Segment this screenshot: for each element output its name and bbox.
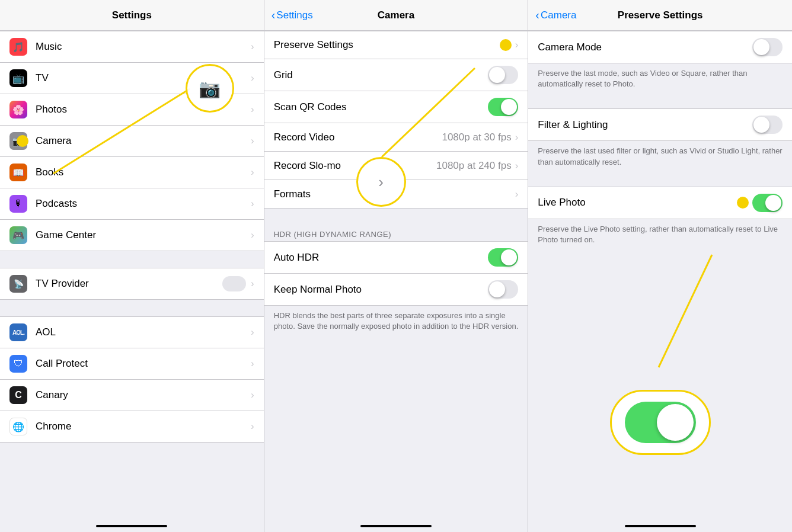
preserve-settings-label: Preserve Settings <box>274 39 500 51</box>
record-slomo-row[interactable]: Record Slo-mo 1080p at 240 fps › <box>264 152 528 180</box>
panel1-title: Settings <box>112 9 152 21</box>
settings-list-panel3: Camera Mode Preserve the last mode, such… <box>528 31 792 520</box>
panel3-nav: ‹ Camera Preserve Settings <box>528 0 792 31</box>
home-indicator-area <box>528 520 792 532</box>
tvprovider-label: TV Provider <box>36 278 222 290</box>
filter-lighting-section: Filter & Lighting Preserve the last used… <box>528 108 792 174</box>
photos-label: Photos <box>36 104 251 116</box>
preserve-yellow-dot <box>500 39 512 51</box>
list-item[interactable]: 🎮 Game Center › <box>0 220 264 251</box>
camera-mode-description: Preserve the last mode, such as Video or… <box>528 63 792 97</box>
chevron-icon: › <box>251 389 254 401</box>
live-photo-section: Live Photo Preserve the Live Photo setti… <box>528 187 792 252</box>
filter-lighting-row[interactable]: Filter & Lighting <box>528 108 792 141</box>
live-photo-description: Preserve the Live Photo setting, rather … <box>528 219 792 252</box>
toggle-knob <box>489 67 505 83</box>
scan-qr-label: Scan QR Codes <box>274 101 488 113</box>
camera-mode-toggle[interactable] <box>752 38 783 56</box>
chevron-icon: › <box>251 135 254 147</box>
section-spacer <box>0 300 264 316</box>
panel2-nav: ‹ Settings Camera <box>264 0 528 31</box>
list-item[interactable]: 🎙 Podcasts › <box>0 188 264 220</box>
home-indicator-area <box>264 520 528 532</box>
home-indicator-area <box>0 520 264 532</box>
formats-row[interactable]: Formats › <box>264 180 528 209</box>
camera-annotation-dot <box>17 135 28 147</box>
hdr-section-header: HDR (HIGH DYNAMIC RANGE) <box>264 225 528 241</box>
formats-label: Formats <box>274 188 515 200</box>
list-item[interactable]: AOL. AOL › <box>0 316 264 348</box>
camera-mode-label: Camera Mode <box>538 41 752 53</box>
toggle-knob <box>501 99 517 115</box>
scan-qr-toggle[interactable] <box>488 98 518 116</box>
keep-normal-row[interactable]: Keep Normal Photo <box>264 274 528 306</box>
live-photo-row[interactable]: Live Photo <box>528 187 792 219</box>
home-indicator <box>360 525 432 527</box>
hdr-description: HDR blends the best parts of three separ… <box>264 306 528 339</box>
chevron-icon: › <box>251 166 254 178</box>
photos-icon: 🌸 <box>9 101 27 118</box>
list-item[interactable]: 📡 TV Provider › <box>0 268 264 300</box>
podcasts-icon: 🎙 <box>9 195 27 213</box>
camera-mode-section: Camera Mode Preserve the last mode, such… <box>528 31 792 97</box>
tvprovider-icon: 📡 <box>9 275 27 293</box>
gamecenter-icon: 🎮 <box>9 226 27 244</box>
section-spacer <box>528 175 792 187</box>
panel3-title: Preserve Settings <box>618 9 703 21</box>
preserve-settings-row[interactable]: Preserve Settings › <box>264 31 528 59</box>
list-item[interactable]: C Canary › <box>0 380 264 411</box>
section-spacer <box>0 251 264 268</box>
toggle-knob <box>501 249 517 265</box>
list-item[interactable]: 🎵 Music › <box>0 31 264 63</box>
books-label: Books <box>36 166 251 178</box>
list-item[interactable]: 🌸 Photos › <box>0 94 264 126</box>
record-slomo-value: 1080p at 240 fps <box>436 160 512 172</box>
home-indicator <box>96 525 167 527</box>
preserve-back-label: Camera <box>541 9 576 21</box>
canary-label: Canary <box>36 389 251 401</box>
record-slomo-label: Record Slo-mo <box>274 160 436 172</box>
list-item[interactable]: 🛡 Call Protect › <box>0 348 264 380</box>
list-item[interactable]: 📺 TV › <box>0 63 264 94</box>
chevron-icon: › <box>251 229 254 241</box>
chevron-icon: › <box>251 72 254 84</box>
auto-hdr-row[interactable]: Auto HDR <box>264 241 528 274</box>
tv-label: TV <box>36 72 251 84</box>
live-photo-toggle[interactable] <box>752 194 783 212</box>
settings-list-panel1: 🎵 Music › 📺 TV › 🌸 Photos › <box>0 31 264 520</box>
music-label: Music <box>36 41 251 53</box>
keep-normal-toggle[interactable] <box>488 280 518 299</box>
keep-normal-label: Keep Normal Photo <box>274 284 488 296</box>
camera-mode-row[interactable]: Camera Mode <box>528 31 792 63</box>
chevron-icon: › <box>515 160 519 172</box>
settings-list-panel2: Preserve Settings › Grid Scan QR Codes <box>264 31 528 520</box>
panel2-title: Camera <box>378 9 414 21</box>
auto-hdr-toggle[interactable] <box>488 248 518 267</box>
filter-lighting-description: Preserve the last used filter or light, … <box>528 141 792 174</box>
list-item[interactable]: 🌐 Chrome › <box>0 411 264 443</box>
callprotect-icon: 🛡 <box>9 355 27 373</box>
camera-row[interactable]: 📷 Camera › <box>0 126 264 157</box>
toggle-knob <box>753 117 769 133</box>
chevron-icon: › <box>515 188 519 200</box>
chevron-icon: › <box>251 198 254 210</box>
panel1-nav: Settings <box>0 0 264 31</box>
filter-lighting-toggle[interactable] <box>752 116 783 134</box>
scan-qr-row[interactable]: Scan QR Codes <box>264 91 528 123</box>
toggle-knob <box>489 281 505 297</box>
grid-row[interactable]: Grid <box>264 59 528 91</box>
live-photo-yellow-dot <box>737 197 749 209</box>
preserve-back-button[interactable]: ‹ Camera <box>535 8 576 22</box>
back-chevron-icon: ‹ <box>535 8 539 22</box>
books-icon: 📖 <box>9 164 27 181</box>
record-video-row[interactable]: Record Video 1080p at 30 fps › <box>264 123 528 152</box>
grid-toggle[interactable] <box>488 66 518 84</box>
list-item[interactable]: 📖 Books › <box>0 157 264 188</box>
live-photo-label: Live Photo <box>538 197 737 209</box>
camera-back-button[interactable]: ‹ Settings <box>272 8 313 22</box>
chevron-icon: › <box>251 278 254 290</box>
home-indicator <box>625 525 696 527</box>
chevron-icon: › <box>515 39 519 51</box>
camera-back-label: Settings <box>276 9 312 21</box>
record-video-value: 1080p at 30 fps <box>442 132 511 143</box>
